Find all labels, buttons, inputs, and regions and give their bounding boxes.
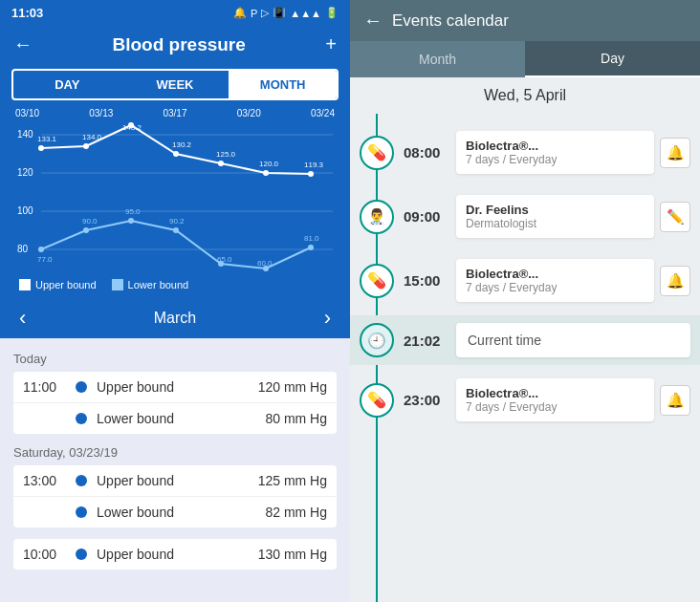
svg-text:140: 140 <box>17 129 33 140</box>
reading-dot-1300 <box>76 475 87 486</box>
bell-icon-2300: 🔔 <box>667 392 685 409</box>
event-title-1500: Biolectra®... <box>466 267 645 281</box>
upper-bound-legend-box <box>19 279 31 290</box>
next-month-button[interactable]: › <box>324 306 331 331</box>
reading-time-1000: 10:00 <box>23 547 66 562</box>
prev-month-button[interactable]: ‹ <box>19 306 26 331</box>
reading-card-1000: 10:00 Upper bound 130 mm Hg <box>13 539 337 570</box>
event-item-2300: 💊 23:00 Biolectra®... 7 days / Everyday … <box>350 371 700 429</box>
svg-text:125.0: 125.0 <box>216 150 236 159</box>
right-back-button[interactable]: ← <box>363 10 383 32</box>
tab-day[interactable]: DAY <box>13 71 121 98</box>
play-icon: ▷ <box>261 7 269 19</box>
svg-text:77.0: 77.0 <box>37 255 53 264</box>
event-subtitle-1500: 7 days / Everyday <box>466 281 645 294</box>
event-title-0900: Dr. Feelins <box>466 203 645 217</box>
status-bar: 11:03 🔔 P ▷ 📳 ▲▲▲ 🔋 <box>0 0 350 26</box>
event-card-2300[interactable]: Biolectra®... 7 days / Everyday <box>456 378 654 421</box>
add-button[interactable]: + <box>325 33 337 55</box>
svg-text:119.3: 119.3 <box>304 161 324 169</box>
lower-bound-value: 80 mm Hg <box>265 411 327 426</box>
svg-point-23 <box>83 227 89 233</box>
event-time-2102: 21:02 <box>404 333 447 349</box>
upper-bound-label-1000: Upper bound <box>97 547 258 562</box>
back-button[interactable]: ← <box>13 33 33 55</box>
svg-point-14 <box>308 171 314 177</box>
svg-text:80: 80 <box>17 244 29 254</box>
upper-bound-legend-label: Upper bound <box>35 279 97 290</box>
svg-point-25 <box>173 227 179 233</box>
event-circle-0800: 💊 <box>360 136 394 170</box>
upper-bound-value: 120 mm Hg <box>258 379 327 395</box>
pill-icon-2300: 💊 <box>367 391 386 409</box>
svg-text:134.0: 134.0 <box>82 133 102 141</box>
event-subtitle-0900: Dermatologist <box>466 217 645 230</box>
left-panel: 11:03 🔔 P ▷ 📳 ▲▲▲ 🔋 ← Blood pressure + D… <box>0 0 350 602</box>
svg-point-12 <box>218 161 224 166</box>
event-circle-2300: 💊 <box>360 383 394 418</box>
event-item-2102: 🕘 21:02 Current time <box>350 315 700 365</box>
event-card-0900[interactable]: Dr. Feelins Dermatologist <box>456 195 654 238</box>
event-card-0800[interactable]: Biolectra®... 7 days / Everyday <box>456 131 654 174</box>
upper-bound-value-sat: 125 mm Hg <box>258 473 327 488</box>
left-header: ← Blood pressure + <box>0 26 350 63</box>
svg-text:133.1: 133.1 <box>37 135 57 143</box>
svg-text:60.0: 60.0 <box>257 259 273 268</box>
svg-point-28 <box>308 245 314 250</box>
x-label-2: 03/13 <box>89 108 113 118</box>
reading-dot-1000 <box>76 548 87 560</box>
event-action-0800[interactable]: 🔔 <box>660 138 690 168</box>
lower-bound-legend-label: Lower bound <box>128 279 189 290</box>
event-item-0900: 👨‍⚕️ 09:00 Dr. Feelins Dermatologist ✏️ <box>350 187 700 246</box>
event-action-2300[interactable]: 🔔 <box>660 385 690 416</box>
svg-text:120.0: 120.0 <box>259 160 279 168</box>
event-action-0900[interactable]: ✏️ <box>660 202 690 232</box>
svg-text:120: 120 <box>17 167 33 178</box>
chart-x-labels: 03/10 03/13 03/17 03/20 03/24 <box>8 108 342 118</box>
status-icons: 🔔 P ▷ 📳 ▲▲▲ 🔋 <box>233 7 339 19</box>
section-saturday: Saturday, 03/23/19 <box>13 445 337 460</box>
event-circle-2102: 🕘 <box>360 323 394 357</box>
event-subtitle-2300: 7 days / Everyday <box>466 400 645 414</box>
tab-month-right[interactable]: Month <box>350 41 525 77</box>
svg-point-9 <box>83 143 89 149</box>
lower-bound-label-sat: Lower bound <box>97 505 265 520</box>
event-title-0800: Biolectra®... <box>466 139 645 153</box>
reading-dot-lower <box>76 413 87 424</box>
date-header: Wed, 5 April <box>350 77 700 114</box>
bell-icon-1500: 🔔 <box>667 272 685 290</box>
svg-point-24 <box>128 218 134 224</box>
lower-bound-label: Lower bound <box>97 411 265 426</box>
event-action-1500[interactable]: 🔔 <box>660 266 690 296</box>
month-nav: ‹ March › <box>0 298 350 338</box>
reading-row-1000: 10:00 Upper bound 130 mm Hg <box>13 539 337 570</box>
svg-text:100: 100 <box>17 205 33 216</box>
svg-text:90.2: 90.2 <box>169 217 185 226</box>
page-title: Blood pressure <box>112 34 245 55</box>
vibrate-icon: 📳 <box>273 7 286 19</box>
event-circle-1500: 💊 <box>360 264 394 298</box>
tab-week[interactable]: WEEK <box>121 71 230 98</box>
event-card-1500[interactable]: Biolectra®... 7 days / Everyday <box>456 259 654 302</box>
x-label-1: 03/10 <box>15 108 39 118</box>
right-header: ← Events calendar <box>350 0 700 41</box>
chart-legend: Upper bound Lower bound <box>8 275 342 294</box>
svg-text:65.0: 65.0 <box>217 255 232 264</box>
lower-bound-value-sat: 82 mm Hg <box>265 505 327 520</box>
event-subtitle-0800: 7 days / Everyday <box>466 153 645 166</box>
upper-bound-value-1000: 130 mm Hg <box>258 547 327 562</box>
reading-time-1100: 11:00 <box>23 379 66 395</box>
tab-month[interactable]: MONTH <box>229 71 337 98</box>
current-time-label: Current time <box>468 333 541 348</box>
person-icon-0900: 👨‍⚕️ <box>367 207 386 226</box>
reading-row-lower-sat: Lower bound 82 mm Hg <box>13 497 337 527</box>
section-today: Today <box>13 352 337 366</box>
bell-icon-0800: 🔔 <box>667 144 685 161</box>
edit-icon-0900: ✏️ <box>667 208 685 226</box>
blood-pressure-chart: 140 120 100 80 <box>8 120 342 273</box>
pill-icon-0800: 💊 <box>367 143 386 161</box>
tab-day-right[interactable]: Day <box>525 41 700 77</box>
chart-area: 03/10 03/13 03/17 03/20 03/24 140 120 10… <box>0 108 350 298</box>
svg-point-22 <box>38 247 44 252</box>
svg-text:130.2: 130.2 <box>172 140 192 149</box>
